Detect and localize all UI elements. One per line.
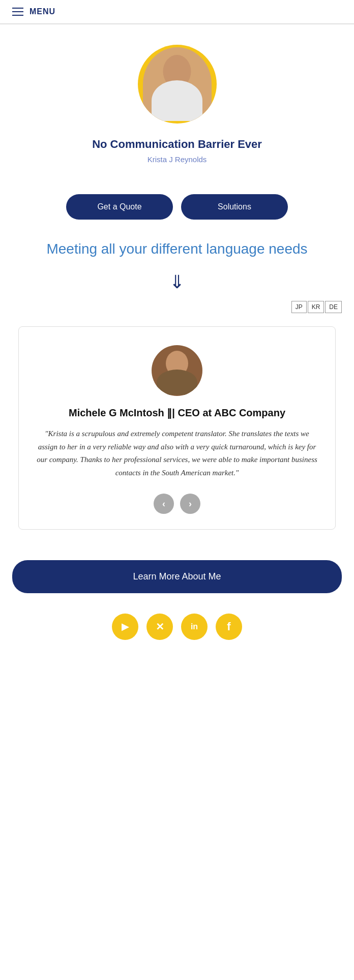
get-quote-button[interactable]: Get a Quote <box>66 194 173 220</box>
hero-title: No Communication Barrier Ever <box>92 138 262 151</box>
youtube-icon[interactable] <box>112 614 138 640</box>
cta-buttons: Get a Quote Solutions <box>0 174 354 230</box>
lang-tab-kr[interactable]: KR <box>308 301 324 313</box>
testimonial-card: Michele G McIntosh ‖| CEO at ABC Company… <box>18 326 336 530</box>
testimonial-section: Michele G McIntosh ‖| CEO at ABC Company… <box>0 321 354 545</box>
avatar <box>138 45 217 124</box>
hero-subtitle: Krista J Reynolds <box>148 155 207 164</box>
linkedin-icon[interactable] <box>181 614 208 640</box>
twitter-x-icon[interactable] <box>146 614 173 640</box>
arrow-symbol: ⇓ <box>169 271 185 293</box>
testimonial-prev-button[interactable]: ‹ <box>154 494 174 514</box>
menu-toggle[interactable] <box>12 8 23 16</box>
learn-more-section: Learn More About Me <box>0 545 354 605</box>
testimonial-quote: "Krista is a scrupulous and extremely co… <box>35 427 319 479</box>
hero-section: No Communication Barrier Ever Krista J R… <box>0 24 354 174</box>
language-tabs: JP KR DE <box>0 301 354 321</box>
testimonial-navigation: ‹ › <box>154 494 200 514</box>
facebook-icon[interactable] <box>216 614 242 640</box>
learn-more-button[interactable]: Learn More About Me <box>12 560 342 593</box>
avatar-image <box>143 47 212 121</box>
section-heading-text: Meeting all your different language need… <box>20 240 334 258</box>
header: MENU <box>0 0 354 24</box>
lang-tab-de[interactable]: DE <box>325 301 342 313</box>
section-heading-container: Meeting all your different language need… <box>0 230 354 263</box>
solutions-button[interactable]: Solutions <box>181 194 288 220</box>
testimonial-name: Michele G McIntosh ‖| CEO at ABC Company <box>69 406 285 419</box>
testimonial-next-button[interactable]: › <box>180 494 200 514</box>
testimonial-avatar <box>152 345 202 396</box>
lang-tab-jp[interactable]: JP <box>291 301 307 313</box>
menu-label: MENU <box>29 7 55 16</box>
down-arrow-icon: ⇓ <box>0 263 354 301</box>
testimonial-avatar-image <box>154 347 200 395</box>
social-icons-row <box>0 605 354 658</box>
